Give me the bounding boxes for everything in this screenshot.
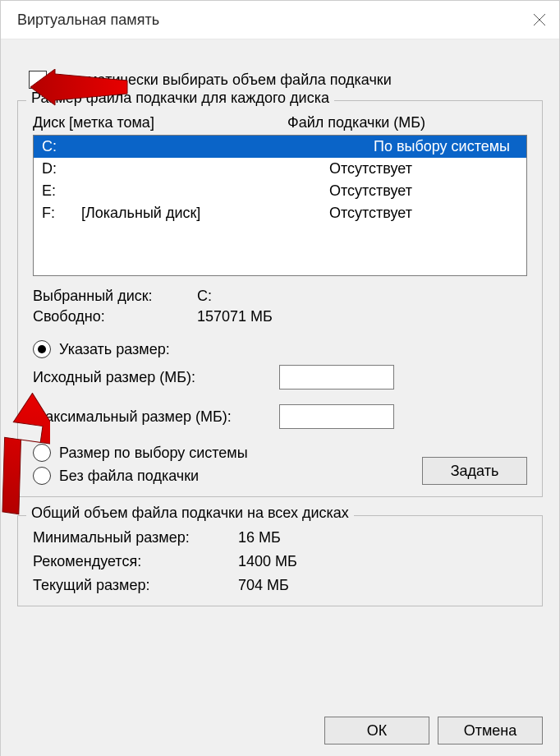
table-row[interactable]: C:По выбору системы <box>34 136 526 158</box>
cancel-button[interactable]: Отмена <box>438 717 543 744</box>
max-size-label: Максимальный размер (МБ): <box>33 408 279 426</box>
radio-system-managed[interactable] <box>33 444 51 462</box>
min-size-label: Минимальный размер: <box>33 529 238 546</box>
auto-manage-label: Автоматически выбирать объем файла подка… <box>55 71 392 89</box>
cur-size-label: Текущий размер: <box>33 577 238 594</box>
virtual-memory-window: Виртуальная память Автоматически выбират… <box>0 0 560 756</box>
total-legend: Общий объем файла подкачки на всех диска… <box>26 505 354 522</box>
col-pagefile: Файл подкачки (МБ) <box>287 114 527 131</box>
per-drive-legend: Размер файла подкачки для каждого диска <box>26 90 334 107</box>
initial-size-label: Исходный размер (МБ): <box>33 369 279 386</box>
free-space-value: 157071 МБ <box>197 308 527 325</box>
radio-system-label: Размер по выбору системы <box>59 445 248 462</box>
radio-none-label: Без файла подкачки <box>59 468 199 485</box>
radio-custom-label: Указать размер: <box>59 341 170 358</box>
table-row[interactable]: D:Отсутствует <box>34 158 526 180</box>
free-space-label: Свободно: <box>33 308 197 325</box>
drive-letter: C: <box>42 138 81 155</box>
table-row[interactable]: E:Отсутствует <box>34 180 526 202</box>
selected-drive-value: C: <box>197 288 527 305</box>
ok-button[interactable]: ОК <box>324 717 429 744</box>
max-size-input[interactable] <box>279 404 394 429</box>
cur-size-value: 704 МБ <box>238 577 527 594</box>
drive-status: По выбору системы <box>321 138 518 155</box>
rec-size-label: Рекомендуется: <box>33 553 238 570</box>
drive-status: Отсутствует <box>329 182 518 200</box>
drive-list-header: Диск [метка тома] Файл подкачки (МБ) <box>33 114 527 131</box>
table-row[interactable]: F:[Локальный диск]Отсутствует <box>34 202 526 224</box>
rec-size-value: 1400 МБ <box>238 553 527 570</box>
dialog-body: Автоматически выбирать объем файла подка… <box>1 39 559 756</box>
drive-label: [Локальный диск] <box>81 205 329 222</box>
radio-custom-size[interactable] <box>33 340 51 358</box>
total-group: Общий объем файла подкачки на всех диска… <box>17 515 543 606</box>
dialog-footer: ОК Отмена <box>17 707 543 744</box>
col-drive: Диск [метка тома] <box>33 114 287 131</box>
title-bar: Виртуальная память <box>1 1 559 39</box>
min-size-value: 16 МБ <box>238 529 527 546</box>
auto-manage-row: Автоматически выбирать объем файла подка… <box>29 71 543 89</box>
drive-list[interactable]: C:По выбору системыD:ОтсутствуетE:Отсутс… <box>33 135 527 276</box>
selected-drive-label: Выбранный диск: <box>33 288 197 305</box>
drive-letter: E: <box>42 182 81 200</box>
window-title: Виртуальная память <box>17 12 159 29</box>
drive-status: Отсутствует <box>329 205 518 222</box>
close-icon[interactable] <box>530 10 549 30</box>
radio-custom-row: Указать размер: <box>33 340 527 358</box>
auto-manage-checkbox[interactable] <box>29 71 47 89</box>
drive-status: Отсутствует <box>329 160 518 177</box>
initial-size-input[interactable] <box>279 365 394 390</box>
per-drive-group: Размер файла подкачки для каждого диска … <box>17 100 543 497</box>
drive-letter: D: <box>42 160 81 177</box>
set-button[interactable]: Задать <box>422 457 527 485</box>
drive-letter: F: <box>42 205 81 222</box>
radio-no-pagefile[interactable] <box>33 467 51 485</box>
